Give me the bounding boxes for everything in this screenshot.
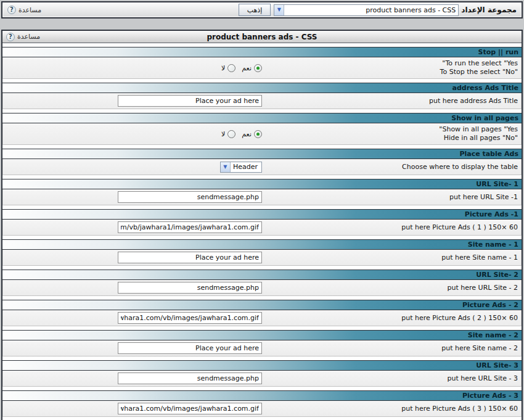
picture-ads-1-input[interactable] <box>118 221 262 233</box>
picture-ads-3-input[interactable] <box>118 403 262 414</box>
setting-description: put here URL Site - 2 <box>262 284 518 292</box>
settings-group-toolbar: مجموعة الإعداد ▼ product banners ads - C… <box>1 1 523 19</box>
radio-no[interactable] <box>227 64 235 72</box>
setting-description: put here Picture Ads ( 2 ) 150× 60 <box>262 314 518 323</box>
settings-group-select[interactable]: ▼ product banners ads - CSS <box>274 4 459 16</box>
section-header: URL Site- 1 <box>2 179 522 189</box>
setting-description: put here Site name - 2 <box>262 344 518 353</box>
table-position-select-value: Header <box>231 162 261 172</box>
table-position-select[interactable]: ▼ Header <box>220 162 262 173</box>
section-row: put here URL Site -1 <box>2 189 522 205</box>
url-site-1-input[interactable] <box>118 191 262 203</box>
section-header: Picture Ads -1 <box>2 209 522 220</box>
section-place-table-ads: Place table Ads Choose where to display … <box>2 149 522 175</box>
section-picture-ads-3: Picture Ads - 3 put here Picture Ads ( 3… <box>2 390 522 417</box>
section-row: put here address Ads Title <box>2 93 522 109</box>
setting-description: put here Site name - 1 <box>262 253 518 262</box>
radio-yes-label: نعم <box>242 64 252 72</box>
go-button[interactable]: إذهب <box>239 4 271 16</box>
settings-panel-header: product banners ads - CSS ? مساعدة <box>2 31 522 43</box>
radio-yes[interactable] <box>254 64 262 72</box>
section-site-name-2: Site name - 2 put here Site name - 2 <box>2 330 522 356</box>
settings-sections: Stop || run To run the select "Yes" "To … <box>2 43 522 420</box>
chevron-down-icon[interactable]: ▼ <box>221 162 231 172</box>
section-row: put here URL Site - 2 <box>2 280 522 296</box>
section-header: Site name - 1 <box>2 239 522 250</box>
setting-description: To run the select "Yes" "To Stop the sel… <box>262 59 518 76</box>
address-ads-title-input[interactable] <box>118 95 262 107</box>
site-name-2-input[interactable] <box>118 342 262 354</box>
url-site-3-input[interactable] <box>118 373 262 384</box>
radio-no-label: لا <box>221 130 225 138</box>
question-mark-icon: ? <box>7 6 16 14</box>
section-picture-ads-2: Picture Ads - 2 put here Picture Ads ( 2… <box>2 300 522 326</box>
setting-description: put here URL Site - 3 <box>262 374 518 383</box>
section-header: Site name - 2 <box>2 330 522 340</box>
radio-yes[interactable] <box>254 130 262 138</box>
section-row: Show in all pages "Yes" "Hide in all pag… <box>2 123 522 145</box>
section-site-name-1: Site name - 1 put here Site name - 1 <box>2 239 522 266</box>
radio-no-label: لا <box>221 64 225 72</box>
section-row: put here Picture Ads ( 3 ) 150× 60 <box>2 401 522 417</box>
help-label: مساعدة <box>18 6 41 14</box>
setting-description: Show in all pages "Yes" "Hide in all pag… <box>262 125 518 142</box>
yes-no-radio-group: نعم لا <box>218 64 262 72</box>
setting-description: put here Picture Ads ( 1 ) 150× 60 <box>262 223 518 232</box>
setting-description: Choose where to display the table <box>262 163 518 171</box>
section-address-ads-title: address Ads Title put here address Ads T… <box>2 83 522 109</box>
setting-description: put here Picture Ads ( 3 ) 150× 60 <box>262 405 518 413</box>
section-row: put here Picture Ads ( 2 ) 150× 60 <box>2 310 522 326</box>
section-header: Picture Ads - 3 <box>2 390 522 401</box>
site-name-1-input[interactable] <box>118 252 262 263</box>
section-url-site-1: URL Site- 1 put here URL Site -1 <box>2 179 522 205</box>
settings-group-select-value: product banners ads - CSS <box>284 5 458 15</box>
section-url-site-3: URL Site- 3 put here URL Site - 3 <box>2 360 522 387</box>
radio-no[interactable] <box>227 130 235 138</box>
section-header: URL Site- 2 <box>2 270 522 280</box>
section-header: Picture Ads - 2 <box>2 300 522 310</box>
section-show-in-all-pages: Show in all pages Show in all pages "Yes… <box>2 113 522 145</box>
section-row: Choose where to display the table ▼ Head… <box>2 159 522 175</box>
section-header: Show in all pages <box>2 113 522 123</box>
section-picture-ads-1: Picture Ads -1 put here Picture Ads ( 1 … <box>2 209 522 236</box>
section-row: put here Picture Ads ( 1 ) 150× 60 <box>2 220 522 236</box>
radio-yes-label: نعم <box>242 130 252 138</box>
section-header: Stop || run <box>2 47 522 57</box>
section-header: URL Site- 3 <box>2 360 522 371</box>
setting-description: put here address Ads Title <box>262 97 518 105</box>
chevron-down-icon[interactable]: ▼ <box>274 5 284 15</box>
section-header: address Ads Title <box>2 83 522 93</box>
settings-panel: product banners ads - CSS ? مساعدة Stop … <box>1 30 523 420</box>
section-row: To run the select "Yes" "To Stop the sel… <box>2 57 522 79</box>
section-row: put here URL Site - 3 <box>2 371 522 387</box>
section-header: Place table Ads <box>2 149 522 159</box>
setting-description: put here URL Site -1 <box>262 193 518 202</box>
section-url-site-2: URL Site- 2 put here URL Site - 2 <box>2 270 522 296</box>
section-stop-run: Stop || run To run the select "Yes" "To … <box>2 47 522 79</box>
section-row: put here Site name - 1 <box>2 250 522 266</box>
page-title: product banners ads - CSS <box>2 33 522 41</box>
url-site-2-input[interactable] <box>118 282 262 294</box>
section-row: put here Site name - 2 <box>2 340 522 356</box>
yes-no-radio-group: نعم لا <box>218 130 262 138</box>
picture-ads-2-input[interactable] <box>118 312 262 324</box>
settings-group-label: مجموعة الإعداد <box>461 6 517 14</box>
toolbar-help-link[interactable]: مساعدة ? <box>7 6 41 14</box>
